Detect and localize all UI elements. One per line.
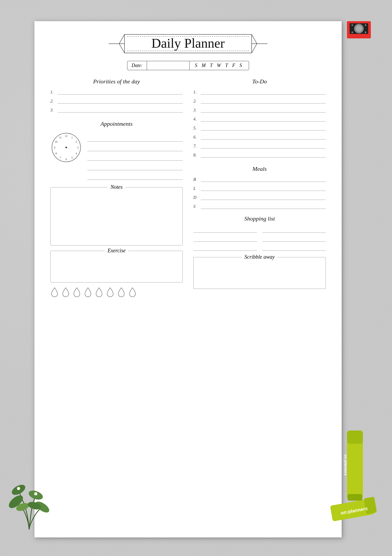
appt-line-2	[87, 144, 183, 151]
notes-box: Notes	[50, 187, 183, 245]
shopping-line-6	[262, 244, 326, 251]
exercise-title: Exercise	[105, 248, 128, 254]
notes-title: Notes	[108, 184, 125, 190]
todo-item-6: 6.	[193, 134, 326, 140]
svg-text:3: 3	[77, 146, 79, 149]
svg-point-37	[34, 492, 36, 494]
meal-dinner: D	[193, 195, 326, 200]
water-drop-4	[84, 287, 92, 297]
water-drop-1	[50, 287, 59, 297]
sharpener-decoration	[344, 16, 376, 42]
svg-text:5: 5	[72, 156, 73, 159]
right-column: To-Do 1. 2. 3. 4. 5.	[193, 78, 326, 303]
svg-text:9: 9	[54, 146, 55, 149]
paper: Daily Planner Date: S M T W T F S Priori…	[34, 21, 342, 537]
svg-point-24	[351, 24, 353, 26]
highlighter-decoration: on:planners on:planners	[326, 423, 379, 530]
priority-item-2: 2.	[50, 98, 183, 104]
priority-item-3: 3.	[50, 107, 183, 113]
date-box: Date: S M T W T F S	[127, 61, 249, 70]
svg-point-27	[365, 32, 366, 33]
shopping-line-3	[193, 235, 257, 242]
todo-item-8: 8.	[193, 152, 326, 158]
priorities-title: Priorities of the day	[50, 78, 183, 85]
exercise-box: Exercise	[50, 251, 183, 283]
left-column: Priorities of the day 1. 2. 3. Appointme…	[50, 78, 183, 303]
svg-text:12: 12	[65, 134, 68, 137]
shopping-line-5	[193, 244, 257, 251]
svg-text:6: 6	[66, 158, 67, 161]
svg-text:8: 8	[55, 152, 57, 155]
main-content: Priorities of the day 1. 2. 3. Appointme…	[50, 78, 326, 303]
shopping-grid	[193, 226, 326, 251]
water-drop-8	[128, 287, 137, 297]
appt-line-1	[87, 134, 183, 142]
shopping-line-2	[262, 226, 326, 233]
shopping-title: Shopping list	[193, 215, 326, 222]
water-drop-7	[117, 287, 126, 297]
scribble-section: Scribble away	[193, 257, 326, 289]
appointments-title: Appointments	[50, 120, 183, 127]
scribble-title: Scribble away	[242, 254, 277, 260]
svg-rect-43	[348, 494, 362, 501]
appt-line-3	[87, 153, 183, 161]
todo-item-2: 2.	[193, 98, 326, 104]
todo-title: To-Do	[193, 78, 326, 85]
meals-section: Meals B L D S	[193, 165, 326, 209]
days-row: S M T W T F S	[189, 61, 249, 70]
water-drops	[50, 287, 183, 297]
clock-icon: 121234567891011	[50, 132, 82, 163]
svg-text:1: 1	[72, 136, 73, 139]
exercise-section: Exercise	[50, 251, 183, 297]
water-drop-6	[106, 287, 114, 297]
svg-point-35	[17, 487, 19, 489]
svg-rect-42	[347, 431, 363, 444]
todo-section: To-Do 1. 2. 3. 4. 5.	[193, 78, 326, 158]
svg-text:7: 7	[60, 156, 61, 159]
meal-lunch: L	[193, 186, 326, 191]
appt-line-5	[87, 172, 183, 180]
svg-text:10: 10	[55, 140, 57, 143]
svg-point-25	[365, 24, 366, 26]
water-drop-2	[61, 287, 70, 297]
notes-section: Notes	[50, 187, 183, 245]
scribble-box: Scribble away	[193, 257, 326, 289]
banner-area: Daily Planner	[50, 32, 326, 56]
plant-decoration	[5, 461, 53, 530]
priority-item-1: 1.	[50, 89, 183, 95]
water-drop-3	[73, 287, 81, 297]
todo-item-3: 3.	[193, 107, 326, 113]
svg-point-23	[356, 25, 362, 32]
date-label: Date:	[127, 61, 147, 70]
date-row: Date: S M T W T F S	[50, 61, 326, 70]
appointments-inner: 121234567891011	[50, 132, 183, 182]
todo-item-5: 5.	[193, 125, 326, 131]
meals-title: Meals	[193, 165, 326, 172]
todo-item-1: 1.	[193, 89, 326, 95]
svg-text:Daily Planner: Daily Planner	[152, 36, 225, 51]
meal-breakfast: B	[193, 177, 326, 182]
svg-text:4: 4	[76, 152, 77, 155]
appointments-section: Appointments 121234567891011	[50, 120, 183, 182]
svg-point-19	[65, 147, 67, 148]
shopping-line-4	[262, 235, 326, 242]
shopping-line-1	[193, 226, 257, 233]
shopping-section: Shopping list	[193, 215, 326, 251]
svg-point-26	[351, 32, 353, 33]
svg-text:2: 2	[76, 140, 77, 143]
svg-text:11: 11	[59, 136, 62, 139]
appointment-lines	[87, 132, 183, 182]
priorities-section: Priorities of the day 1. 2. 3.	[50, 78, 183, 113]
meal-snack: S	[193, 204, 326, 209]
water-drop-5	[95, 287, 103, 297]
todo-item-4: 4.	[193, 116, 326, 122]
appt-line-4	[87, 163, 183, 170]
todo-item-7: 7.	[193, 143, 326, 149]
svg-text:on:planners: on:planners	[344, 454, 348, 476]
